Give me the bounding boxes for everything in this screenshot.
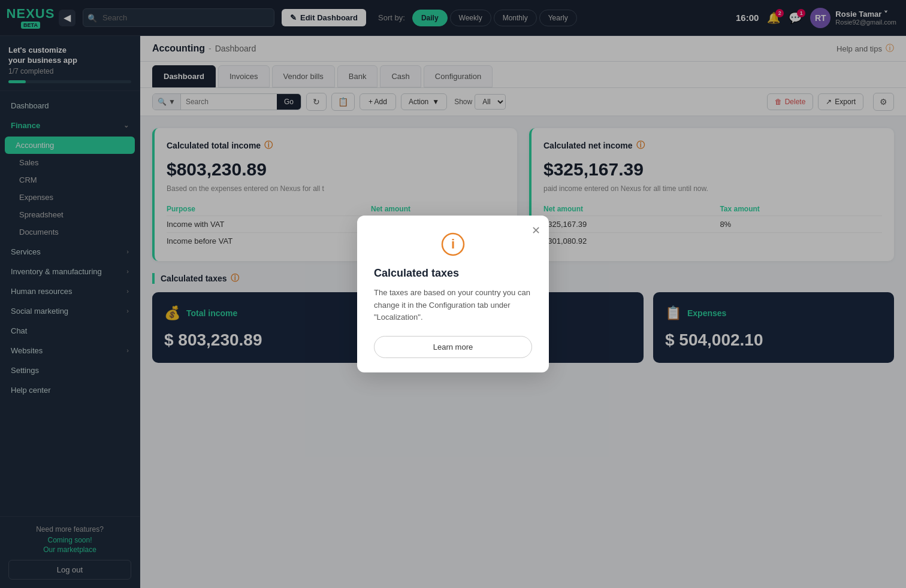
modal-info-icon: i [374,232,532,261]
learn-more-button[interactable]: Learn more [374,336,532,358]
svg-text:i: i [451,237,455,251]
modal-title: Calculated taxes [374,267,532,280]
modal-close-button[interactable]: ✕ [531,224,540,237]
modal-card: ✕ i Calculated taxes The taxes are based… [357,216,549,372]
modal-overlay[interactable]: ✕ i Calculated taxes The taxes are based… [0,0,906,588]
modal-body: The taxes are based on your country you … [374,287,532,324]
